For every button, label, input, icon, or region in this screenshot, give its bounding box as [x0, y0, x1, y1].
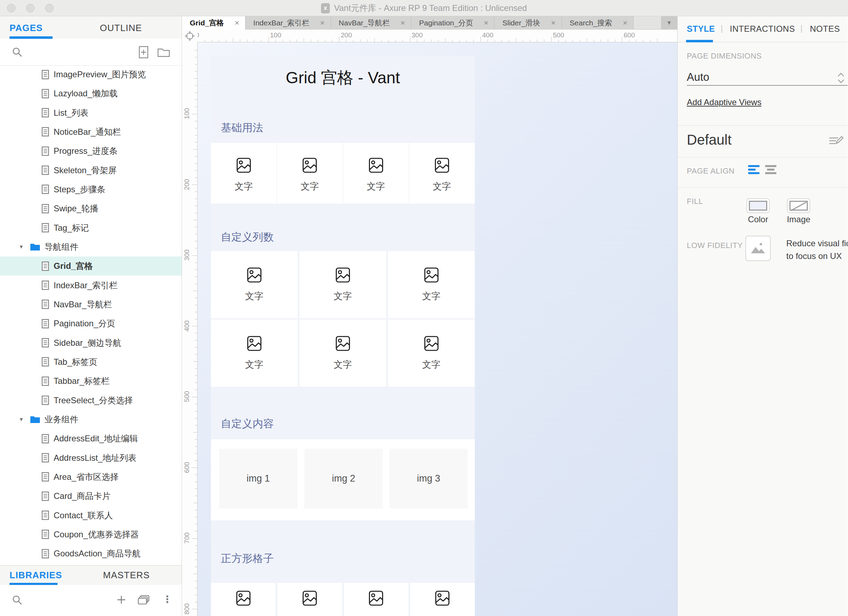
tab-pages[interactable]: PAGES — [9, 22, 43, 34]
tree-page-ImagePreview_图片预览[interactable]: ImagePreview_图片预览 — [0, 65, 182, 84]
tab-libraries[interactable]: LIBRARIES — [9, 570, 62, 581]
tree-page-Tag_标记[interactable]: Tag_标记 — [0, 218, 182, 237]
page-title-widget[interactable]: Grid 宫格 - Vant — [211, 56, 475, 100]
fill-color-swatch[interactable] — [746, 198, 770, 213]
grid-cell-widget[interactable]: 文字 — [299, 320, 386, 387]
grid-cell-widget[interactable]: 文字 — [211, 251, 298, 318]
tab-close-icon[interactable]: ✕ — [400, 19, 405, 27]
add-adaptive-views-link[interactable]: Add Adaptive Views — [687, 97, 762, 107]
disclosure-triangle-icon[interactable]: ▾ — [20, 243, 27, 251]
stepper-chevrons-icon[interactable] — [837, 72, 845, 85]
tab-close-icon[interactable]: ✕ — [483, 19, 489, 27]
section-label-columns[interactable]: 自定义列数 — [221, 230, 274, 245]
tree-page-Steps_步骤条[interactable]: Steps_步骤条 — [0, 180, 182, 199]
search-icon[interactable] — [12, 47, 22, 59]
tree-page-Area_省市区选择[interactable]: Area_省市区选择 — [0, 468, 182, 487]
page-doc-icon — [42, 261, 49, 271]
grid-cell-widget[interactable]: 文字 — [299, 251, 386, 318]
ruler-tick — [643, 40, 643, 42]
grid-cell-widget[interactable]: 文字 — [343, 143, 409, 203]
tree-page-GoodsAction_商品导航[interactable]: GoodsAction_商品导航 — [0, 544, 182, 563]
doc-tab-Slider_滑块[interactable]: Slider_滑块✕ — [495, 16, 562, 30]
align-center-icon[interactable] — [765, 165, 777, 176]
doc-tab-Pagination_分页[interactable]: Pagination_分页✕ — [411, 16, 495, 30]
ruler-tick — [195, 482, 197, 482]
tree-page-NoticeBar_通知栏[interactable]: NoticeBar_通知栏 — [0, 122, 182, 141]
add-folder-icon[interactable] — [157, 47, 170, 59]
tree-page-Card_商品卡片[interactable]: Card_商品卡片 — [0, 487, 182, 506]
grid-cell-widget[interactable]: 文字 — [211, 320, 298, 387]
section-label-content[interactable]: 自定义内容 — [221, 417, 274, 431]
grid-cell-widget[interactable]: 文字 — [388, 320, 475, 387]
tree-page-Progress_进度条[interactable]: Progress_进度条 — [0, 141, 182, 160]
doc-tab-Search_搜索[interactable]: Search_搜索✕ — [562, 16, 633, 30]
image-placeholder-box[interactable]: img 2 — [304, 449, 383, 508]
tree-page-Lazyload_懒加载[interactable]: Lazyload_懒加载 — [0, 84, 182, 103]
page-dimensions-select[interactable]: Auto — [687, 71, 709, 84]
tab-masters[interactable]: MASTERS — [103, 570, 150, 581]
more-options-kebab-icon[interactable]: ⋮ — [162, 594, 172, 605]
tab-close-icon[interactable]: ✕ — [320, 19, 325, 27]
doc-tab-Grid_宫格[interactable]: Grid_宫格✕ — [182, 16, 246, 30]
tree-page-Contact_联系人[interactable]: Contact_联系人 — [0, 506, 182, 525]
grid-cell-widget[interactable] — [211, 583, 276, 616]
grid-cell-widget[interactable]: 文字 — [277, 143, 343, 203]
tree-page-Sidebar_侧边导航[interactable]: Sidebar_侧边导航 — [0, 333, 182, 352]
tree-page-Swipe_轮播[interactable]: Swipe_轮播 — [0, 199, 182, 218]
tab-interactions[interactable]: INTERACTIONS — [730, 24, 795, 34]
grid-cell-label: 文字 — [367, 180, 385, 193]
tab-close-icon[interactable]: ✕ — [623, 19, 627, 27]
section-label-square[interactable]: 正方形格子 — [221, 551, 274, 566]
fill-image-swatch[interactable] — [787, 198, 810, 213]
tree-page-Coupon_优惠券选择器[interactable]: Coupon_优惠券选择器 — [0, 525, 182, 544]
image-placeholder-box[interactable]: img 3 — [390, 449, 468, 508]
ruler-origin-crosshair-icon[interactable] — [182, 30, 197, 42]
page-artboard: Grid 宫格 - Vant 基础用法 文字文字文字文字 自定义列数 文字文字文… — [211, 56, 475, 616]
grid-cell-widget[interactable] — [410, 583, 475, 616]
tab-outline[interactable]: OUTLINE — [100, 22, 142, 34]
tab-close-icon[interactable]: ✕ — [551, 19, 556, 27]
tree-item-label: List_列表 — [53, 107, 89, 119]
edit-style-icon[interactable] — [829, 135, 844, 149]
low-fidelity-toggle[interactable] — [745, 236, 771, 261]
tree-page-NavBar_导航栏[interactable]: NavBar_导航栏 — [0, 295, 182, 314]
doc-tab-IndexBar_索引栏[interactable]: IndexBar_索引栏✕ — [246, 16, 331, 30]
ruler-tick — [195, 177, 197, 178]
image-placeholder-box[interactable]: img 1 — [219, 449, 297, 508]
tree-page-Tab_标签页[interactable]: Tab_标签页 — [0, 352, 182, 371]
duplicate-icon[interactable] — [138, 595, 150, 607]
grid-cell-widget[interactable] — [277, 583, 342, 616]
tab-list-dropdown-button[interactable]: ▼ — [661, 16, 677, 30]
add-page-icon[interactable] — [138, 46, 149, 60]
tree-page-Skeleton_骨架屏[interactable]: Skeleton_骨架屏 — [0, 161, 182, 180]
tree-page-IndexBar_索引栏[interactable]: IndexBar_索引栏 — [0, 276, 182, 295]
tab-close-icon[interactable]: ✕ — [234, 19, 240, 27]
grid-cell-widget[interactable] — [344, 583, 408, 616]
doc-tab-NavBar_导航栏[interactable]: NavBar_导航栏✕ — [331, 16, 411, 30]
disclosure-triangle-icon[interactable]: ▾ — [20, 416, 27, 423]
tree-page-Grid_宫格[interactable]: Grid_宫格 — [0, 257, 182, 276]
add-library-icon[interactable] — [116, 595, 126, 606]
tree-page-List_列表[interactable]: List_列表 — [0, 103, 182, 122]
tree-page-Tabbar_标签栏[interactable]: Tabbar_标签栏 — [0, 371, 182, 390]
tree-page-TreeSelect_分类选择[interactable]: TreeSelect_分类选择 — [0, 391, 182, 410]
tree-folder-导航组件[interactable]: ▾导航组件 — [0, 237, 182, 257]
horizontal-ruler: 0100200300400500600 — [182, 30, 677, 42]
grid-cell-widget[interactable]: 文字 — [211, 143, 277, 203]
tree-page-AddressList_地址列表[interactable]: AddressList_地址列表 — [0, 448, 182, 468]
grid-cell-widget[interactable]: 文字 — [388, 251, 475, 318]
tab-notes[interactable]: NOTES — [810, 24, 840, 34]
tree-page-Pagination_分页[interactable]: Pagination_分页 — [0, 314, 182, 333]
grid-cell-label: 文字 — [234, 180, 253, 193]
section-label-basic[interactable]: 基础用法 — [221, 121, 263, 135]
ruler-tick — [466, 40, 467, 42]
tree-folder-业务组件[interactable]: ▾业务组件 — [0, 410, 182, 429]
pages-search-bar[interactable] — [0, 39, 182, 65]
tree-page-AddressEdit_地址编辑[interactable]: AddressEdit_地址编辑 — [0, 429, 182, 448]
grid-cell-widget[interactable]: 文字 — [409, 143, 475, 203]
tab-style[interactable]: STYLE — [687, 24, 715, 34]
libraries-search-bar[interactable]: ⋮ — [0, 585, 182, 616]
align-left-icon[interactable] — [748, 165, 760, 176]
search-icon[interactable] — [12, 595, 22, 607]
canvas-viewport[interactable]: Grid 宫格 - Vant 基础用法 文字文字文字文字 自定义列数 文字文字文… — [197, 42, 677, 616]
